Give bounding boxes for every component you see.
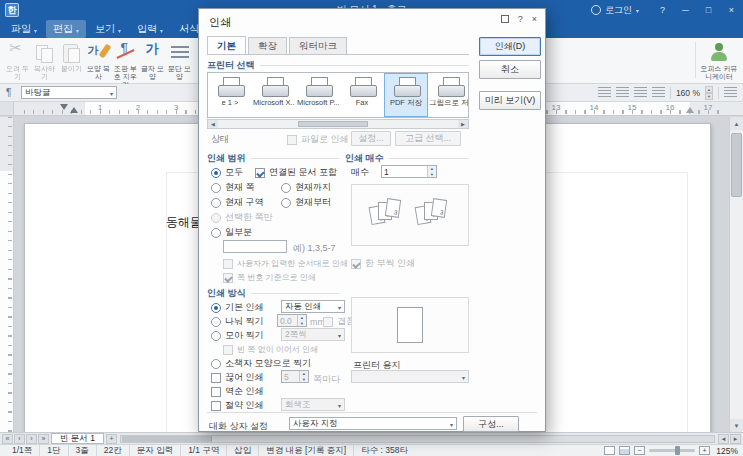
basic-print-radio[interactable]: 기본 인쇄 xyxy=(211,301,264,314)
printer-item[interactable]: e 1 > xyxy=(208,73,252,117)
menu-item[interactable]: 입력 xyxy=(130,20,170,38)
divide-print-radio[interactable]: 나눠 찍기 xyxy=(211,315,264,328)
scrollbar-thumb[interactable] xyxy=(122,436,212,442)
spinner-arrows-icon[interactable]: ▴▾ xyxy=(427,166,436,177)
zoom-in-button[interactable] xyxy=(699,446,710,455)
ribbon-button[interactable]: 복사하기 xyxy=(31,41,58,81)
scroll-left-icon[interactable]: ◀ xyxy=(208,120,218,128)
login-button[interactable]: 로그인 xyxy=(591,4,639,17)
from-current-radio[interactable]: 현재부터 xyxy=(281,196,331,209)
current-section-radio[interactable]: 현재 구역 xyxy=(211,196,264,209)
zoom-slider[interactable] xyxy=(649,449,695,452)
gather-print-radio[interactable]: 모아 찍기 xyxy=(211,329,264,342)
scroll-left-button[interactable] xyxy=(718,434,729,444)
zoom-out-button[interactable] xyxy=(634,446,645,455)
page-layout-view-icon[interactable] xyxy=(604,446,615,455)
left-margin-marker[interactable] xyxy=(70,107,78,113)
menu-item[interactable]: 파일 xyxy=(4,20,44,38)
collate-checkbox[interactable]: 한 부씩 인쇄 xyxy=(351,257,415,270)
ruler-origin-box[interactable] xyxy=(0,102,14,115)
scrollbar-thumb[interactable] xyxy=(731,133,742,197)
include-linked-checkbox[interactable]: 연결된 문서 포함 xyxy=(255,166,337,179)
next-tab-button[interactable] xyxy=(26,434,37,444)
dialog-settings-combo[interactable]: 사용자 지정 xyxy=(289,417,457,430)
copies-spinner[interactable]: 1 ▴▾ xyxy=(381,165,437,178)
vertical-ruler[interactable] xyxy=(0,117,14,432)
vertical-scrollbar[interactable] xyxy=(729,117,743,432)
scroll-right-button[interactable] xyxy=(730,434,741,444)
gather-mode-combo[interactable]: 2쪽씩 xyxy=(281,328,345,341)
align-left-icon[interactable] xyxy=(598,87,611,98)
status-item[interactable]: 1단 xyxy=(40,445,68,456)
basic-mode-combo[interactable]: 자동 인쇄 xyxy=(281,300,345,313)
scroll-down-icon[interactable] xyxy=(730,419,743,432)
current-page-radio[interactable]: 현재 쪽 xyxy=(211,181,255,194)
to-current-radio[interactable]: 현재까지 xyxy=(281,181,331,194)
economy-print-checkbox[interactable]: 절약 인쇄 xyxy=(211,399,264,412)
menu-item[interactable]: 보기 xyxy=(88,20,128,38)
last-tab-button[interactable] xyxy=(38,434,49,444)
split-count-spinner[interactable]: 5 ▴▾ xyxy=(281,370,309,383)
dialog-tab[interactable]: 워터마크 xyxy=(289,37,347,55)
menu-item[interactable]: 편집 xyxy=(46,20,86,38)
advanced-select-button[interactable]: 고급 선택... xyxy=(395,131,461,146)
status-item[interactable]: 타수 : 358타 xyxy=(354,445,415,456)
ribbon-button[interactable]: 모양 복사 xyxy=(85,41,112,81)
status-item[interactable]: 1/1쪽 xyxy=(5,445,40,456)
printer-list-scrollbar[interactable]: ◀ ▶ xyxy=(207,119,469,129)
printer-item[interactable]: 그림으로 저... xyxy=(428,73,469,117)
zoom-level[interactable]: 125% xyxy=(714,446,738,456)
split-print-checkbox[interactable]: 끊어 인쇄 xyxy=(211,371,264,384)
document-text[interactable]: 동해물 xyxy=(166,214,202,231)
divide-size-spinner[interactable]: 0.0 ▴▾ xyxy=(277,314,307,327)
status-item[interactable]: 22칸 xyxy=(97,445,130,456)
dialog-tab[interactable]: 확장 xyxy=(248,37,287,55)
document-tab[interactable]: 빈 문서 1 xyxy=(51,433,104,444)
printer-item[interactable]: Fax xyxy=(340,73,384,117)
line-spacing-stepper[interactable]: ▴▾ xyxy=(705,86,713,100)
horizontal-scrollbar[interactable] xyxy=(120,435,715,443)
paragraph-style-icon[interactable] xyxy=(6,87,16,98)
zoom-slider-thumb[interactable] xyxy=(675,446,680,455)
align-justify-icon[interactable] xyxy=(652,87,665,98)
preview-button[interactable]: 미리 보기(V) xyxy=(479,91,541,110)
style-combo[interactable]: 바탕글 xyxy=(21,86,117,99)
paragraph-marks-icon[interactable] xyxy=(724,87,737,98)
booklet-radio[interactable]: 소책자 모양으로 찍기 xyxy=(211,357,311,370)
partial-radio[interactable]: 일부분 xyxy=(211,226,252,239)
scrollbar-track[interactable] xyxy=(218,120,458,128)
ribbon-button[interactable]: 붙이기 xyxy=(58,41,85,73)
dialog-tab[interactable]: 기본 xyxy=(207,36,246,55)
by-page-number-checkbox[interactable]: 쪽 번호 기준으로 인쇄 xyxy=(223,271,316,284)
cancel-button[interactable]: 취소 xyxy=(479,60,541,79)
reverse-print-checkbox[interactable]: 역순 인쇄 xyxy=(211,385,264,398)
selection-only-radio[interactable]: 선택한 쪽만 xyxy=(211,211,273,224)
range-all-radio[interactable]: 모두 xyxy=(211,166,243,179)
first-tab-button[interactable] xyxy=(2,434,13,444)
close-button[interactable]: × xyxy=(720,0,743,20)
ribbon-button[interactable]: 문단 모양 xyxy=(166,41,193,81)
print-button[interactable]: 인쇄(D) xyxy=(479,37,541,56)
maximize-button[interactable]: □ xyxy=(697,0,720,20)
align-right-icon[interactable] xyxy=(634,87,647,98)
dialog-close-icon[interactable]: × xyxy=(532,14,537,24)
ribbon-button[interactable]: 오려 두기 xyxy=(4,41,31,81)
status-item[interactable]: 1/1 구역 xyxy=(181,445,227,456)
dialog-help-icon[interactable]: ? xyxy=(518,14,523,24)
no-blank-checkbox[interactable]: 빈 쪽 없이 이어서 인쇄 xyxy=(223,343,318,356)
line-spacing-value[interactable]: 160 % xyxy=(676,88,700,98)
paper-combo[interactable] xyxy=(351,370,469,383)
configure-button[interactable]: 구성... xyxy=(463,416,519,432)
print-to-file-checkbox[interactable]: 파일로 인쇄 xyxy=(287,133,349,146)
partial-pages-input[interactable] xyxy=(223,240,287,253)
printer-item[interactable]: Microsoft P... xyxy=(296,73,340,117)
scroll-up-icon[interactable] xyxy=(730,117,743,130)
status-item[interactable]: 문자 입력 xyxy=(130,445,181,456)
user-order-checkbox[interactable]: 사용자가 입력한 순서대로 인쇄 xyxy=(223,257,348,270)
minimize-button[interactable]: ─ xyxy=(674,0,697,20)
ribbon-button[interactable]: 글자 모양 xyxy=(139,41,166,81)
align-center-icon[interactable] xyxy=(616,87,629,98)
economy-mode-combo[interactable]: 회색조 xyxy=(281,398,345,411)
indent-marker[interactable] xyxy=(60,104,68,110)
right-margin-marker[interactable] xyxy=(686,107,694,113)
